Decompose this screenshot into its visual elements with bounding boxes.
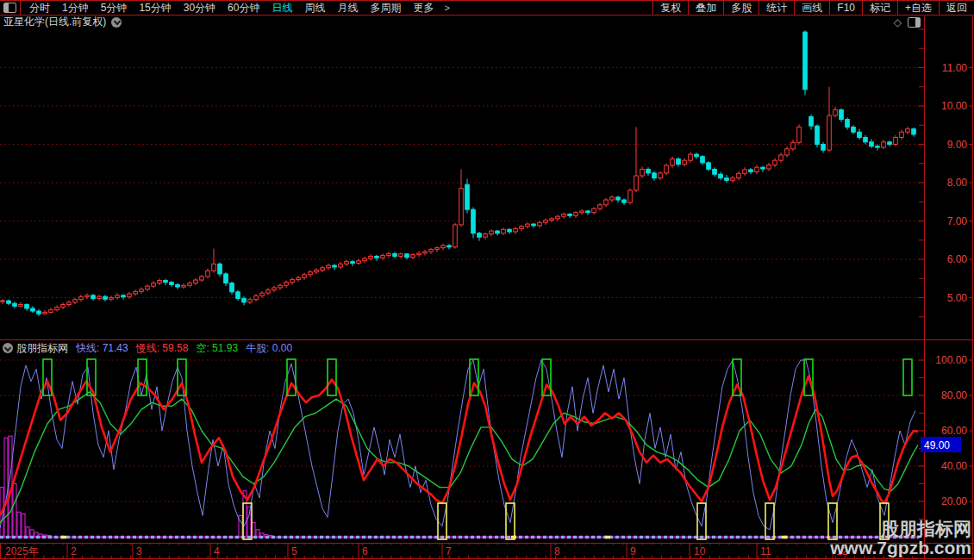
svg-text:9: 9 (630, 545, 636, 557)
toolbar-item-月线[interactable]: 月线 (331, 1, 364, 16)
chevron-down-icon[interactable] (111, 17, 122, 28)
toolbar-button-统计[interactable]: 统计 (759, 1, 794, 15)
svg-text:49.00: 49.00 (924, 439, 950, 451)
slow-line (0, 376, 918, 516)
svg-text:3: 3 (136, 545, 142, 557)
toolbar-item-15分钟[interactable]: 15分钟 (133, 1, 177, 16)
svg-text:80.00: 80.00 (941, 389, 967, 401)
trading-app-window: 分时1分钟5分钟15分钟30分钟60分钟日线周线月线多周期更多> 复权叠加多股统… (0, 0, 974, 560)
toolbar-item-周线[interactable]: 周线 (298, 1, 331, 16)
indicator-values: 快线: 71.43慢线: 59.58空: 51.93牛股: 0.00 (68, 341, 292, 356)
kong-line (0, 392, 918, 523)
toolbar-button-+自选[interactable]: +自选 (897, 1, 939, 15)
stock-title: 亚星化学(日线.前复权) (3, 15, 106, 29)
svg-text:8: 8 (554, 545, 560, 557)
svg-text:7.00: 7.00 (947, 215, 968, 227)
chart-title-bar: 亚星化学(日线.前复权) (0, 16, 974, 28)
toolbar-button-标记[interactable]: 标记 (862, 1, 897, 15)
toolbar-item-多周期[interactable]: 多周期 (364, 1, 407, 16)
chart-canvas[interactable]: 11.0010.009.008.007.006.005.00100.0080.0… (0, 0, 974, 560)
svg-text:9.00: 9.00 (947, 139, 968, 151)
toolbar-button-复权[interactable]: 复权 (652, 1, 688, 15)
split-window-icon[interactable] (908, 17, 921, 28)
watermark: 股朋指标网 www.7gpzb.com (830, 520, 971, 557)
watermark-url: www.7gpzb.com (830, 538, 971, 557)
top-toolbar: 分时1分钟5分钟15分钟30分钟60分钟日线周线月线多周期更多> 复权叠加多股统… (0, 0, 974, 16)
toolbar-item-1分钟[interactable]: 1分钟 (56, 1, 95, 16)
svg-text:100.00: 100.00 (935, 354, 967, 366)
svg-text:8.00: 8.00 (947, 177, 968, 189)
indicator-field-空: 空: 51.93 (196, 342, 238, 354)
more-arrow-icon[interactable]: > (440, 3, 453, 13)
toolbar-button-叠加[interactable]: 叠加 (688, 1, 723, 15)
toolbar-item-5分钟[interactable]: 5分钟 (95, 1, 134, 16)
indicator-header: 股朋指标网 快线: 71.43慢线: 59.58空: 51.93牛股: 0.00 (0, 342, 292, 354)
svg-text:2: 2 (71, 545, 77, 557)
svg-text:7: 7 (446, 545, 452, 557)
layout-toggle-button[interactable] (0, 1, 21, 15)
toolbar-button-F10[interactable]: F10 (829, 1, 862, 15)
diamond-icon[interactable]: ◇ (894, 17, 902, 28)
toolbar-item-分时[interactable]: 分时 (23, 1, 56, 16)
svg-text:6.00: 6.00 (947, 253, 968, 265)
period-menu: 分时1分钟5分钟15分钟30分钟60分钟日线周线月线多周期更多> (21, 1, 454, 15)
toolbar-button-画线[interactable]: 画线 (794, 1, 829, 15)
svg-text:11: 11 (760, 545, 771, 557)
indicator-field-牛股: 牛股: 0.00 (246, 342, 292, 354)
toolbar-button-返回[interactable]: 返回 (939, 1, 974, 15)
svg-text:60.00: 60.00 (941, 425, 967, 437)
main-chart-grid: 11.0010.009.008.007.006.005.00 (0, 29, 972, 317)
svg-text:10: 10 (694, 545, 706, 557)
current-value-tag: 49.00 (921, 437, 961, 452)
indicator-histogram (0, 436, 272, 537)
svg-text:5.00: 5.00 (947, 292, 968, 304)
indicator-field-慢线: 慢线: 59.58 (136, 342, 189, 354)
title-right-icons: ◇ (894, 17, 921, 28)
svg-text:2025年: 2025年 (5, 545, 39, 557)
toolbar-item-更多[interactable]: 更多 (407, 1, 440, 16)
panel-layout-icon (3, 3, 16, 13)
svg-text:4: 4 (214, 545, 220, 557)
svg-text:20.00: 20.00 (941, 495, 967, 507)
toolbar-item-日线[interactable]: 日线 (265, 1, 298, 16)
svg-text:6: 6 (362, 545, 368, 557)
x-axis: 2025年23456789101112 (5, 544, 913, 558)
watermark-site-name: 股朋指标网 (830, 520, 971, 538)
svg-text:40.00: 40.00 (941, 460, 967, 472)
svg-text:11.00: 11.00 (942, 62, 967, 74)
indicator-field-快线: 快线: 71.43 (76, 342, 128, 354)
indicator-collapse-icon[interactable] (3, 343, 13, 353)
tools-menu: 复权叠加多股统计画线F10标记+自选返回 (652, 1, 974, 15)
candlestick-series (1, 30, 916, 316)
toolbar-item-60分钟[interactable]: 60分钟 (222, 1, 265, 16)
svg-text:5: 5 (291, 545, 297, 557)
indicator-name: 股朋指标网 (16, 341, 68, 356)
svg-text:10.00: 10.00 (941, 100, 967, 112)
toolbar-item-30分钟[interactable]: 30分钟 (178, 1, 222, 16)
toolbar-button-多股[interactable]: 多股 (723, 1, 759, 15)
